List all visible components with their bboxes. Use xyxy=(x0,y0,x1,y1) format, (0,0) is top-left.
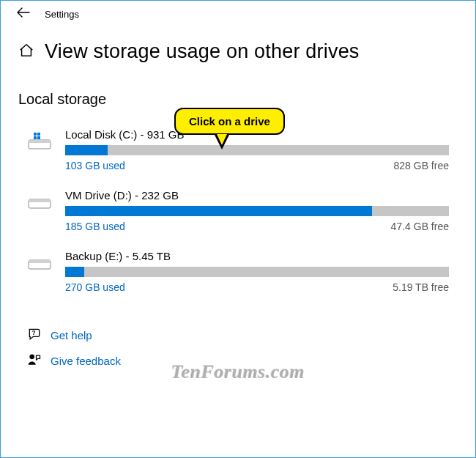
drive-icon xyxy=(27,250,53,293)
drive-d[interactable]: VM Drive (D:) - 232 GB 185 GB used 47.4 … xyxy=(27,179,449,240)
back-button[interactable] xyxy=(10,4,37,23)
svg-rect-5 xyxy=(37,136,40,139)
svg-rect-7 xyxy=(29,199,51,202)
drives-list: Local Disk (C:) - 931 GB 103 GB used 828… xyxy=(1,108,475,300)
svg-rect-1 xyxy=(29,140,51,143)
drive-free: 828 GB free xyxy=(394,160,450,171)
chat-help-icon: ? xyxy=(27,327,42,344)
get-help-link[interactable]: ? Get help xyxy=(27,322,475,348)
svg-rect-2 xyxy=(34,133,37,136)
drive-free: 47.4 GB free xyxy=(391,221,449,232)
svg-point-11 xyxy=(29,355,34,360)
svg-rect-9 xyxy=(29,260,51,263)
titlebar: Settings xyxy=(1,1,475,27)
drive-used: 185 GB used xyxy=(65,221,125,232)
drive-usage-fill xyxy=(65,206,372,216)
drive-usage-bar xyxy=(65,267,449,277)
help-section: ? Get help Give feedback xyxy=(1,300,475,374)
drive-usage-bar xyxy=(65,206,449,216)
feedback-icon xyxy=(27,352,42,369)
page-header: View storage usage on other drives xyxy=(1,27,475,70)
section-title: Local storage xyxy=(1,70,475,108)
give-feedback-label: Give feedback xyxy=(51,355,121,367)
drive-usage-fill xyxy=(65,267,84,277)
svg-text:?: ? xyxy=(32,329,36,336)
svg-rect-3 xyxy=(37,133,40,136)
drive-e[interactable]: Backup (E:) - 5.45 TB 270 GB used 5.19 T… xyxy=(27,240,449,300)
home-icon[interactable] xyxy=(18,43,34,62)
drive-free: 5.19 TB free xyxy=(393,281,449,293)
svg-rect-4 xyxy=(34,136,37,139)
drive-used: 270 GB used xyxy=(65,281,125,293)
drive-used: 103 GB used xyxy=(65,160,125,171)
arrow-left-icon xyxy=(17,7,30,18)
drive-label: Backup (E:) - 5.45 TB xyxy=(65,250,449,262)
drive-usage-bar xyxy=(65,145,449,155)
drive-label: VM Drive (D:) - 232 GB xyxy=(65,189,449,202)
drive-icon xyxy=(27,189,53,232)
system-drive-icon xyxy=(27,128,53,171)
drive-usage-fill xyxy=(65,145,108,155)
get-help-label: Get help xyxy=(51,329,92,341)
window-title: Settings xyxy=(45,9,79,20)
drive-c[interactable]: Local Disk (C:) - 931 GB 103 GB used 828… xyxy=(27,118,449,179)
give-feedback-link[interactable]: Give feedback xyxy=(27,348,475,374)
page-title: View storage usage on other drives xyxy=(45,40,360,63)
drive-label: Local Disk (C:) - 931 GB xyxy=(65,128,449,141)
